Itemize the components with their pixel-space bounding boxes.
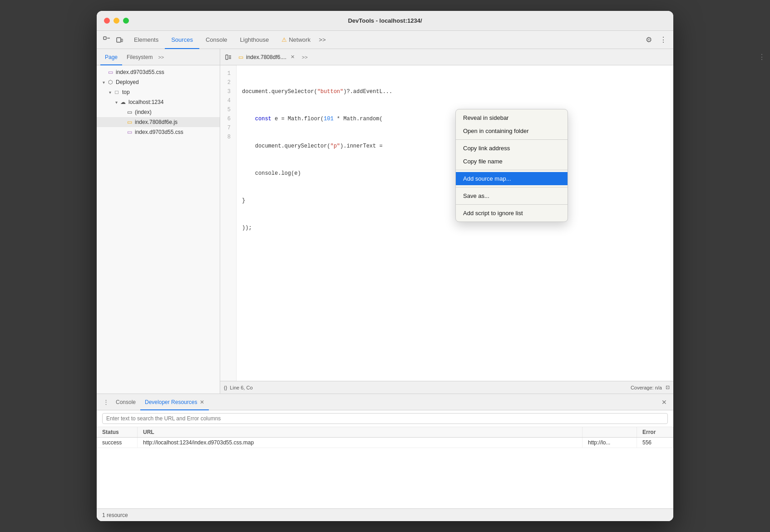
tab-dev-resources[interactable]: Developer Resources ✕ — [140, 394, 209, 410]
tree-item-index[interactable]: ▭ (index) — [97, 107, 220, 117]
top-folder-icon: □ — [113, 89, 120, 96]
col-header-url: URL — [138, 427, 582, 437]
bottom-panel: ⋮ Console Developer Resources ✕ ✕ Status… — [97, 394, 673, 521]
devtools-navbar: Elements Sources Console Lighthouse ⚠ Ne… — [97, 31, 673, 49]
more-options-icon[interactable]: ⋮ — [657, 34, 670, 46]
ctx-add-source-map[interactable]: Add source map... — [456, 172, 568, 185]
warning-icon: ⚠ — [281, 36, 287, 43]
editor-panel-toggle[interactable] — [222, 51, 235, 64]
editor-tab-label: index.7808df6.... — [246, 54, 286, 60]
tab-network[interactable]: ⚠ Network — [275, 31, 317, 49]
tree-item-top[interactable]: ▾ □ top — [97, 87, 220, 97]
code-line-5: } — [242, 196, 668, 205]
sidebar-tab-filesystem[interactable]: Filesystem — [122, 49, 157, 65]
sidebar-tab-page[interactable]: Page — [100, 49, 122, 65]
resource-count: 1 resource — [102, 512, 128, 518]
titlebar: DevTools - localhost:1234/ — [97, 11, 673, 31]
code-line-8 — [242, 278, 668, 287]
col-header-col3 — [582, 427, 637, 437]
file-icon-index: ▭ — [126, 108, 133, 116]
code-line-4: console.log(e) — [242, 169, 668, 178]
ctx-save-as[interactable]: Save as... — [456, 189, 568, 202]
bottom-status-bar: 1 resource — [97, 508, 673, 521]
svg-rect-4 — [226, 55, 228, 59]
svg-rect-2 — [117, 38, 121, 42]
tab-lighthouse[interactable]: Lighthouse — [234, 31, 276, 49]
coverage-label: Coverage: n/a — [631, 385, 662, 390]
code-line-6: )); — [242, 223, 668, 232]
cell-status: success — [97, 438, 138, 448]
code-content[interactable]: document.querySelector("button")?.addEve… — [237, 65, 673, 381]
tab-elements[interactable]: Elements — [128, 31, 165, 49]
tree-item-css-top[interactable]: ▭ index.d9703d55.css — [97, 67, 220, 77]
ctx-divider-3 — [456, 187, 568, 187]
css-file-icon: ▭ — [107, 69, 114, 76]
tree-item-localhost[interactable]: ▾ ☁ localhost:1234 — [97, 97, 220, 107]
bottom-tabs: ⋮ Console Developer Resources ✕ ✕ — [97, 394, 673, 410]
ctx-divider-2 — [456, 170, 568, 170]
code-editor: 1 2 3 4 5 6 7 8 document.querySelector("… — [220, 65, 673, 381]
table-row[interactable]: success http://localhost:1234/index.d970… — [97, 438, 673, 448]
close-button[interactable] — [104, 18, 110, 24]
devtools-window: DevTools - localhost:1234/ Elements Sour… — [97, 11, 673, 521]
ctx-copy-filename[interactable]: Copy file name — [456, 155, 568, 168]
panel-close-button[interactable]: ✕ — [659, 397, 670, 408]
data-table: Status URL Error success http://localhos… — [97, 427, 673, 508]
table-header: Status URL Error — [97, 427, 673, 438]
tree-arrow-deployed: ▾ — [100, 79, 107, 85]
line-numbers: 1 2 3 4 5 6 7 8 — [220, 65, 237, 381]
tree-item-css-bottom[interactable]: ▭ index.d9703d55.css — [97, 127, 220, 137]
tree-arrow-js — [119, 119, 126, 125]
sidebar-tabs-more[interactable]: >> — [158, 54, 164, 60]
editor-tab-more[interactable]: >> — [302, 54, 308, 60]
minimize-button[interactable] — [114, 18, 119, 24]
js-file-icon: ▭ — [126, 118, 133, 126]
coverage-icon[interactable]: ⊡ — [666, 384, 670, 390]
nav-right-controls: ⚙ ⋮ — [642, 34, 670, 46]
code-line-2: const e = Math.floor(101 * Math.random( — [242, 114, 668, 123]
cell-col3: http://lo... — [582, 438, 637, 448]
device-toggle-icon[interactable] — [113, 34, 126, 46]
file-tree: ▭ index.d9703d55.css ▾ ⬡ Deployed ▾ — [97, 65, 220, 394]
editor-tab-js[interactable]: ▭ index.7808df6.... ✕ — [235, 49, 300, 65]
settings-icon[interactable]: ⚙ — [642, 34, 655, 46]
main-area: Page Filesystem >> ⋮ ▭ index.d9703d55.cs… — [97, 49, 673, 394]
tree-arrow-localhost: ▾ — [113, 99, 119, 105]
ctx-divider-1 — [456, 139, 568, 140]
code-line-3: document.querySelector("p").innerText = — [242, 142, 668, 151]
tree-arrow-css — [119, 129, 126, 135]
deployed-icon: ⬡ — [107, 79, 114, 86]
tree-arrow-top: ▾ — [107, 89, 113, 95]
svg-rect-3 — [121, 39, 123, 42]
maximize-button[interactable] — [123, 18, 129, 24]
ctx-add-ignore[interactable]: Add script to ignore list — [456, 207, 568, 220]
editor-tab-close[interactable]: ✕ — [289, 54, 296, 61]
cell-col4: 556 — [637, 438, 673, 448]
tree-arrow-index — [119, 109, 126, 115]
ctx-copy-link[interactable]: Copy link address — [456, 142, 568, 155]
format-toggle[interactable]: {} — [224, 385, 227, 390]
tab-console-bottom[interactable]: Console — [111, 394, 140, 410]
tab-sources[interactable]: Sources — [165, 31, 199, 49]
more-tabs-button[interactable]: >> — [317, 34, 328, 45]
ctx-reveal-sidebar[interactable]: Reveal in sidebar — [456, 111, 568, 124]
ctx-divider-4 — [456, 204, 568, 205]
tab-console[interactable]: Console — [199, 31, 234, 49]
tree-item-js-selected[interactable]: ▭ index.7808df6e.js — [97, 117, 220, 127]
sidebar-tabs: Page Filesystem >> ⋮ — [97, 49, 220, 65]
search-input[interactable] — [102, 413, 668, 424]
cell-url: http://localhost:1234/index.d9703d55.css… — [138, 438, 582, 448]
editor-status-bar: {} Line 6, Co Coverage: n/a ⊡ — [220, 381, 673, 394]
sources-sidebar: Page Filesystem >> ⋮ ▭ index.d9703d55.cs… — [97, 49, 220, 394]
svg-rect-0 — [104, 37, 106, 39]
context-menu: Reveal in sidebar Open in containing fol… — [455, 109, 568, 222]
inspect-element-icon[interactable] — [100, 34, 113, 46]
status-position: Line 6, Co — [230, 385, 252, 390]
ctx-open-folder[interactable]: Open in containing folder — [456, 124, 568, 138]
bottom-tab-options[interactable]: ⋮ — [100, 397, 111, 408]
search-bar — [97, 410, 673, 427]
window-controls — [104, 18, 129, 24]
tab-close-icon[interactable]: ✕ — [200, 399, 204, 405]
tree-item-deployed[interactable]: ▾ ⬡ Deployed — [97, 77, 220, 87]
status-left: {} Line 6, Co — [224, 385, 253, 390]
